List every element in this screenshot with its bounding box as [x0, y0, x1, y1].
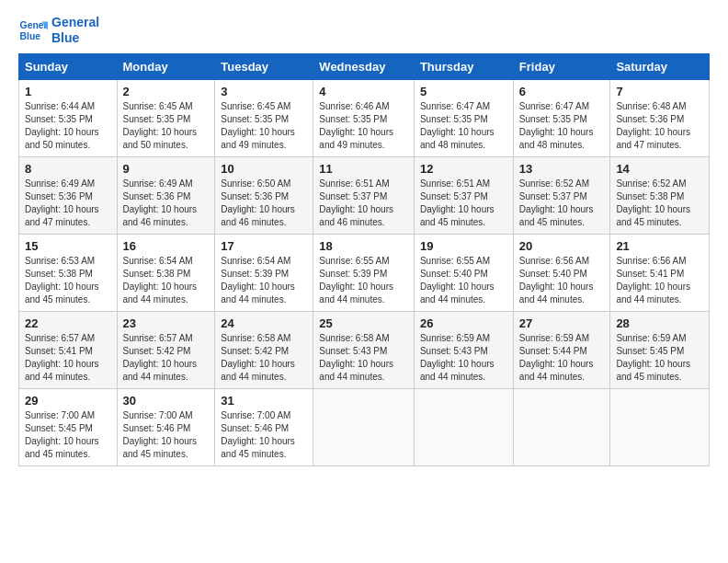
day-number: 17 [221, 239, 307, 253]
day-info: Sunrise: 6:57 AMSunset: 5:42 PMDaylight:… [123, 332, 210, 384]
calendar-cell: 12Sunrise: 6:51 AMSunset: 5:37 PMDayligh… [414, 156, 513, 234]
day-number: 22 [25, 316, 111, 330]
day-info: Sunrise: 6:54 AMSunset: 5:38 PMDaylight:… [123, 255, 210, 306]
calendar-cell [414, 388, 513, 465]
calendar-cell [513, 388, 610, 465]
day-info: Sunrise: 7:00 AMSunset: 5:45 PMDaylight:… [25, 409, 111, 461]
day-info: Sunrise: 6:45 AMSunset: 5:35 PMDaylight:… [221, 100, 307, 152]
day-info: Sunrise: 6:49 AMSunset: 5:36 PMDaylight:… [25, 178, 111, 229]
calendar-cell: 9Sunrise: 6:49 AMSunset: 5:36 PMDaylight… [117, 156, 215, 234]
calendar-header-row: SundayMondayTuesdayWednesdayThursdayFrid… [19, 53, 710, 79]
day-number: 23 [123, 316, 210, 330]
day-number: 12 [420, 162, 507, 176]
day-info: Sunrise: 6:49 AMSunset: 5:36 PMDaylight:… [123, 178, 210, 229]
day-number: 4 [319, 85, 408, 98]
calendar-cell: 16Sunrise: 6:54 AMSunset: 5:38 PMDayligh… [117, 234, 215, 311]
day-info: Sunrise: 6:45 AMSunset: 5:35 PMDaylight:… [123, 100, 210, 152]
calendar-cell: 18Sunrise: 6:55 AMSunset: 5:39 PMDayligh… [313, 234, 415, 311]
day-header-saturday: Saturday [610, 53, 710, 79]
calendar-cell [610, 388, 710, 465]
calendar-cell: 4Sunrise: 6:46 AMSunset: 5:35 PMDaylight… [313, 79, 415, 156]
day-info: Sunrise: 7:00 AMSunset: 5:46 PMDaylight:… [221, 409, 307, 461]
day-number: 8 [25, 162, 111, 176]
calendar-cell: 24Sunrise: 6:58 AMSunset: 5:42 PMDayligh… [215, 311, 313, 388]
day-info: Sunrise: 6:52 AMSunset: 5:38 PMDaylight:… [616, 178, 703, 229]
calendar-cell [313, 388, 415, 465]
logo-text: GeneralBlue [51, 15, 99, 46]
calendar-cell: 26Sunrise: 6:59 AMSunset: 5:43 PMDayligh… [414, 311, 513, 388]
day-info: Sunrise: 6:55 AMSunset: 5:39 PMDaylight:… [319, 255, 408, 306]
day-info: Sunrise: 6:57 AMSunset: 5:41 PMDaylight:… [25, 332, 111, 384]
calendar-week-3: 15Sunrise: 6:53 AMSunset: 5:38 PMDayligh… [19, 234, 710, 311]
day-info: Sunrise: 6:59 AMSunset: 5:44 PMDaylight:… [519, 332, 605, 384]
day-header-thursday: Thursday [414, 53, 513, 79]
calendar-week-4: 22Sunrise: 6:57 AMSunset: 5:41 PMDayligh… [19, 311, 710, 388]
calendar-cell: 5Sunrise: 6:47 AMSunset: 5:35 PMDaylight… [414, 79, 513, 156]
calendar-cell: 15Sunrise: 6:53 AMSunset: 5:38 PMDayligh… [19, 234, 118, 311]
day-info: Sunrise: 6:52 AMSunset: 5:37 PMDaylight:… [519, 178, 605, 229]
day-info: Sunrise: 6:56 AMSunset: 5:40 PMDaylight:… [519, 255, 605, 306]
day-info: Sunrise: 6:46 AMSunset: 5:35 PMDaylight:… [319, 100, 408, 152]
day-info: Sunrise: 6:50 AMSunset: 5:36 PMDaylight:… [221, 178, 307, 229]
calendar-cell: 25Sunrise: 6:58 AMSunset: 5:43 PMDayligh… [313, 311, 415, 388]
calendar-week-1: 1Sunrise: 6:44 AMSunset: 5:35 PMDaylight… [19, 79, 710, 156]
day-number: 29 [25, 394, 111, 408]
day-info: Sunrise: 6:47 AMSunset: 5:35 PMDaylight:… [420, 100, 507, 152]
calendar-cell: 30Sunrise: 7:00 AMSunset: 5:46 PMDayligh… [117, 388, 215, 465]
calendar-week-5: 29Sunrise: 7:00 AMSunset: 5:45 PMDayligh… [19, 388, 710, 465]
day-header-monday: Monday [117, 53, 215, 79]
day-number: 25 [319, 316, 408, 330]
calendar-cell: 10Sunrise: 6:50 AMSunset: 5:36 PMDayligh… [215, 156, 313, 234]
calendar-cell: 11Sunrise: 6:51 AMSunset: 5:37 PMDayligh… [313, 156, 415, 234]
day-number: 5 [420, 85, 507, 98]
day-number: 11 [319, 162, 408, 176]
calendar-cell: 23Sunrise: 6:57 AMSunset: 5:42 PMDayligh… [117, 311, 215, 388]
day-number: 18 [319, 239, 408, 253]
day-header-friday: Friday [513, 53, 610, 79]
day-info: Sunrise: 6:53 AMSunset: 5:38 PMDaylight:… [25, 255, 111, 306]
day-number: 24 [221, 316, 307, 330]
day-number: 31 [221, 394, 307, 408]
calendar-cell: 31Sunrise: 7:00 AMSunset: 5:46 PMDayligh… [215, 388, 313, 465]
day-info: Sunrise: 6:47 AMSunset: 5:35 PMDaylight:… [519, 100, 605, 152]
header: General Blue GeneralBlue [18, 15, 710, 46]
day-info: Sunrise: 6:59 AMSunset: 5:43 PMDaylight:… [420, 332, 507, 384]
calendar-cell: 21Sunrise: 6:56 AMSunset: 5:41 PMDayligh… [610, 234, 710, 311]
calendar-week-2: 8Sunrise: 6:49 AMSunset: 5:36 PMDaylight… [19, 156, 710, 234]
calendar-cell: 28Sunrise: 6:59 AMSunset: 5:45 PMDayligh… [610, 311, 710, 388]
calendar-table: SundayMondayTuesdayWednesdayThursdayFrid… [18, 53, 710, 466]
day-number: 7 [616, 85, 703, 98]
svg-text:Blue: Blue [20, 30, 41, 40]
day-header-sunday: Sunday [19, 53, 118, 79]
calendar-cell: 27Sunrise: 6:59 AMSunset: 5:44 PMDayligh… [513, 311, 610, 388]
day-info: Sunrise: 6:56 AMSunset: 5:41 PMDaylight:… [616, 255, 703, 306]
day-number: 1 [25, 85, 111, 98]
day-number: 9 [123, 162, 210, 176]
day-number: 6 [519, 85, 605, 98]
calendar-cell: 17Sunrise: 6:54 AMSunset: 5:39 PMDayligh… [215, 234, 313, 311]
day-number: 15 [25, 239, 111, 253]
calendar-cell: 22Sunrise: 6:57 AMSunset: 5:41 PMDayligh… [19, 311, 118, 388]
day-number: 27 [519, 316, 605, 330]
day-number: 2 [123, 85, 210, 98]
calendar-cell: 6Sunrise: 6:47 AMSunset: 5:35 PMDaylight… [513, 79, 610, 156]
day-number: 16 [123, 239, 210, 253]
day-info: Sunrise: 6:51 AMSunset: 5:37 PMDaylight:… [319, 178, 408, 229]
calendar-cell: 20Sunrise: 6:56 AMSunset: 5:40 PMDayligh… [513, 234, 610, 311]
calendar-cell: 14Sunrise: 6:52 AMSunset: 5:38 PMDayligh… [610, 156, 710, 234]
day-info: Sunrise: 6:58 AMSunset: 5:43 PMDaylight:… [319, 332, 408, 384]
day-header-wednesday: Wednesday [313, 53, 415, 79]
day-info: Sunrise: 6:55 AMSunset: 5:40 PMDaylight:… [420, 255, 507, 306]
day-header-tuesday: Tuesday [215, 53, 313, 79]
logo-icon: General Blue [18, 16, 48, 45]
calendar-cell: 29Sunrise: 7:00 AMSunset: 5:45 PMDayligh… [19, 388, 118, 465]
day-number: 20 [519, 239, 605, 253]
day-info: Sunrise: 6:58 AMSunset: 5:42 PMDaylight:… [221, 332, 307, 384]
day-number: 14 [616, 162, 703, 176]
calendar-cell: 19Sunrise: 6:55 AMSunset: 5:40 PMDayligh… [414, 234, 513, 311]
day-number: 19 [420, 239, 507, 253]
day-info: Sunrise: 6:44 AMSunset: 5:35 PMDaylight:… [25, 100, 111, 152]
calendar-cell: 3Sunrise: 6:45 AMSunset: 5:35 PMDaylight… [215, 79, 313, 156]
day-number: 13 [519, 162, 605, 176]
day-info: Sunrise: 6:48 AMSunset: 5:36 PMDaylight:… [616, 100, 703, 152]
